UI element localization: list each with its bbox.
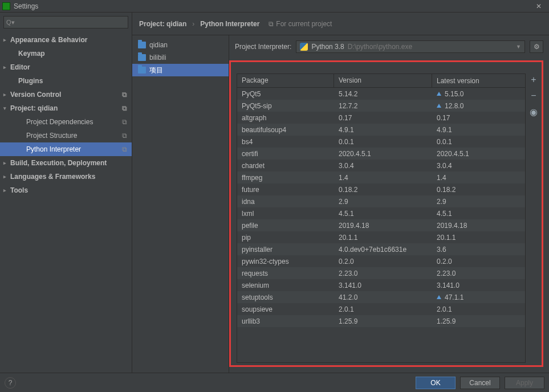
sidebar-item[interactable]: Plugins (0, 74, 132, 88)
search-box[interactable]: Q▾ (3, 16, 128, 28)
package-row[interactable]: urllib31.25.91.25.9 (237, 315, 525, 327)
latest-version-text: 0.2.0 (437, 258, 452, 266)
package-row[interactable]: lxml4.5.14.5.1 (237, 207, 525, 219)
interpreter-select[interactable]: Python 3.8 D:\python\python.exe ▼ (296, 40, 525, 53)
package-latest: 1.4 (432, 174, 525, 182)
search-input[interactable] (17, 18, 125, 26)
project-item[interactable]: 项目 (132, 64, 229, 76)
package-row[interactable]: chardet3.0.43.0.4 (237, 160, 525, 172)
sidebar-item-label: Build, Execution, Deployment (10, 159, 107, 167)
latest-version-text: 5.15.0 (445, 90, 463, 98)
breadcrumb-2: Python Interpreter (200, 20, 259, 28)
chevron-icon: ▸ (3, 160, 8, 166)
package-name: soupsieve (237, 305, 334, 313)
interpreter-path: D:\python\python.exe (348, 43, 412, 51)
apply-button[interactable]: Apply (505, 377, 544, 389)
col-package[interactable]: Package (237, 74, 334, 87)
latest-version-text: 0.18.2 (437, 186, 456, 194)
package-row[interactable]: PyQt55.14.25.15.0 (237, 88, 525, 100)
show-early-releases[interactable]: ◉ (528, 107, 539, 117)
sidebar-item[interactable]: ▸Tools (0, 183, 132, 197)
latest-version-text: 4.5.1 (437, 210, 452, 218)
package-row[interactable]: certifi2020.4.5.12020.4.5.1 (237, 148, 525, 160)
package-row[interactable]: pywin32-ctypes0.2.00.2.0 (237, 255, 525, 267)
package-latest: 2.9 (432, 198, 525, 206)
minus-icon: − (531, 91, 536, 101)
projects-panel: qidianbilibili项目 (132, 35, 229, 373)
close-button[interactable]: ✕ (531, 1, 547, 12)
package-latest: 20.1.1 (432, 234, 525, 242)
sidebar-item-label: Appearance & Behavior (10, 36, 87, 44)
sidebar-item[interactable]: ▸Build, Execution, Deployment (0, 156, 132, 170)
package-row[interactable]: beautifulsoup44.9.14.9.1 (237, 124, 525, 136)
package-row[interactable]: setuptools41.2.047.1.1 (237, 291, 525, 303)
sidebar-item[interactable]: ▸Editor (0, 60, 132, 74)
cancel-button[interactable]: Cancel (460, 377, 500, 389)
sidebar-item[interactable]: Keymap (0, 47, 132, 60)
package-row[interactable]: altgraph0.170.17 (237, 112, 525, 124)
add-package-button[interactable]: + (528, 75, 539, 85)
latest-version-text: 2.23.0 (437, 270, 456, 277)
latest-version-text: 1.4 (437, 174, 446, 182)
eye-icon: ◉ (530, 107, 538, 117)
packages-area: Package Version Latest version PyQt55.14… (229, 60, 543, 367)
col-latest[interactable]: Latest version (432, 74, 525, 87)
sidebar-item[interactable]: Project Dependencies⧉ (0, 115, 132, 129)
package-latest: 2.0.1 (432, 305, 525, 313)
package-name: bs4 (237, 138, 334, 146)
package-row[interactable]: selenium3.141.03.141.0 (237, 279, 525, 291)
sidebar-item[interactable]: Python Interpreter⧉ (0, 142, 132, 156)
package-row[interactable]: future0.18.20.18.2 (237, 183, 525, 195)
titlebar: Settings ✕ (0, 0, 549, 13)
package-row[interactable]: PyQt5-sip12.7.212.8.0 (237, 100, 525, 112)
sidebar-item[interactable]: ▸Appearance & Behavior (0, 33, 132, 47)
sidebar-item-label: Plugins (18, 77, 43, 85)
remove-package-button[interactable]: − (528, 91, 539, 101)
package-row[interactable]: requests2.23.02.23.0 (237, 267, 525, 279)
package-row[interactable]: pip20.1.120.1.1 (237, 231, 525, 243)
settings-gear-button[interactable]: ⚙ (530, 40, 543, 53)
package-row[interactable]: idna2.92.9 (237, 195, 525, 207)
breadcrumb-1[interactable]: Project: qidian (139, 20, 186, 28)
sidebar-item[interactable]: ▸Version Control⧉ (0, 88, 132, 101)
package-row[interactable]: soupsieve2.0.12.0.1 (237, 303, 525, 315)
sidebar-item-label: Project Dependencies (26, 118, 93, 126)
python-icon (300, 43, 308, 51)
copy-icon: ⧉ (122, 104, 127, 112)
latest-version-text: 0.0.1 (437, 138, 452, 146)
latest-version-text: 2.0.1 (437, 305, 452, 313)
package-row[interactable]: pefile2019.4.182019.4.18 (237, 219, 525, 231)
package-version: 4.0.dev0+7eb1c6631e (334, 246, 432, 254)
latest-version-text: 2020.4.5.1 (437, 150, 469, 158)
interpreter-name: Python 3.8 (311, 43, 344, 51)
package-name: pip (237, 234, 334, 242)
package-row[interactable]: pyinstaller4.0.dev0+7eb1c6631e3.6 (237, 243, 525, 255)
col-version[interactable]: Version (334, 74, 432, 87)
package-name: pyinstaller (237, 246, 334, 254)
ok-button[interactable]: OK (416, 377, 456, 389)
project-item[interactable]: bilibili (132, 51, 229, 64)
chevron-icon: ▸ (3, 92, 8, 97)
package-version: 1.4 (334, 174, 432, 182)
sidebar-item-label: Languages & Frameworks (10, 173, 95, 181)
package-name: chardet (237, 162, 334, 170)
help-button[interactable]: ? (5, 377, 16, 389)
sidebar-item[interactable]: ▸Languages & Frameworks (0, 170, 132, 183)
latest-version-text: 2.9 (437, 198, 446, 206)
package-version: 2.23.0 (334, 270, 432, 277)
copy-icon: ⧉ (122, 132, 127, 140)
sidebar-item[interactable]: Project Structure⧉ (0, 129, 132, 142)
sidebar-item[interactable]: ▾Project: qidian⧉ (0, 101, 132, 115)
package-row[interactable]: bs40.0.10.0.1 (237, 136, 525, 148)
project-label: qidian (149, 41, 168, 49)
package-latest: 0.18.2 (432, 186, 525, 194)
package-latest: 4.5.1 (432, 210, 525, 218)
chevron-icon: ▸ (3, 187, 8, 193)
package-version: 0.18.2 (334, 186, 432, 194)
project-item[interactable]: qidian (132, 39, 229, 51)
package-version: 1.25.9 (334, 317, 432, 325)
package-name: pywin32-ctypes (237, 258, 334, 266)
latest-version-text: 47.1.1 (445, 293, 463, 301)
packages-header: Package Version Latest version (237, 74, 525, 88)
package-row[interactable]: ffmpeg1.41.4 (237, 172, 525, 183)
